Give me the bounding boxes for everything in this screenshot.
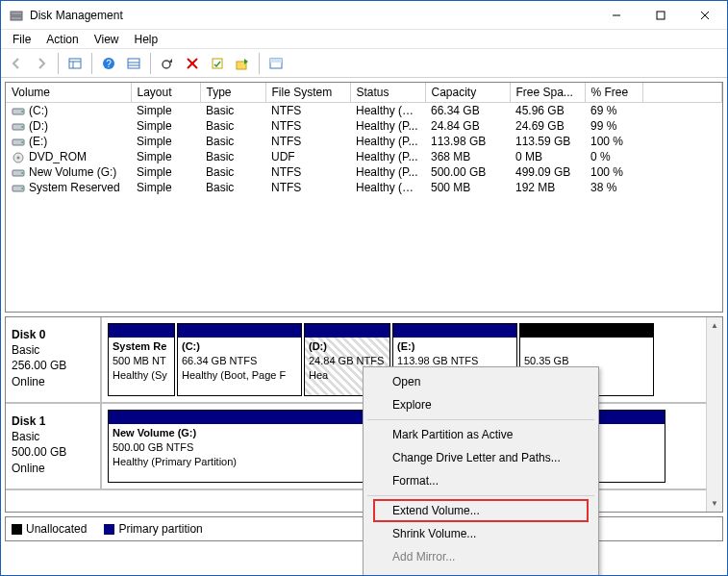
properties-button[interactable]	[206, 52, 229, 75]
ctx-shrink[interactable]: Shrink Volume...	[365, 522, 596, 545]
scroll-down-arrow[interactable]: ▼	[707, 495, 722, 512]
col-volume[interactable]: Volume	[6, 83, 131, 103]
col-layout[interactable]: Layout	[131, 83, 200, 103]
col-fs[interactable]: File System	[265, 83, 350, 103]
titlebar: Disk Management	[1, 1, 727, 30]
svg-point-22	[21, 111, 23, 113]
col-type[interactable]: Type	[200, 83, 265, 103]
svg-rect-11	[128, 59, 139, 68]
volume-list-header: Volume Layout Type File System Status Ca…	[6, 83, 722, 103]
minimize-button[interactable]	[594, 1, 639, 30]
svg-rect-1	[11, 16, 22, 20]
menu-bar: File Action View Help	[1, 30, 727, 49]
ctx-open[interactable]: Open	[365, 370, 596, 393]
partition-context-menu: Open Explore Mark Partition as Active Ch…	[363, 366, 599, 576]
disk-info[interactable]: Disk 1Basic500.00 GBOnline	[6, 404, 102, 488]
table-row[interactable]: New Volume (G:)SimpleBasicNTFSHealthy (P…	[6, 164, 722, 180]
delete-button[interactable]	[181, 52, 204, 75]
drive-icon	[12, 121, 27, 133]
svg-point-26	[21, 141, 23, 143]
menu-file[interactable]: File	[5, 31, 38, 48]
show-hide-tree-button[interactable]	[63, 52, 87, 75]
svg-point-30	[21, 172, 23, 174]
disk-info[interactable]: Disk 0Basic256.00 GBOnline	[6, 317, 102, 402]
scroll-up-arrow[interactable]: ▲	[707, 317, 722, 334]
col-pctfree[interactable]: % Free	[585, 83, 642, 103]
window-title: Disk Management	[30, 9, 594, 22]
table-row[interactable]: DVD_ROMSimpleBasicUDFHealthy (P...368 MB…	[6, 149, 722, 164]
ctx-explore[interactable]: Explore	[365, 393, 596, 416]
drive-icon	[12, 167, 27, 179]
table-row[interactable]: (D:)SimpleBasicNTFSHealthy (P...24.84 GB…	[6, 118, 722, 134]
col-capacity[interactable]: Capacity	[425, 83, 510, 103]
ctx-delete[interactable]: Delete Volume...	[365, 568, 596, 576]
drive-icon	[12, 183, 27, 194]
legend-unallocated: Unallocated	[12, 522, 87, 536]
drive-icon	[12, 106, 27, 117]
back-button[interactable]	[5, 52, 28, 75]
volume-list: Volume Layout Type File System Status Ca…	[5, 82, 723, 313]
col-free[interactable]: Free Spa...	[510, 83, 585, 103]
table-row[interactable]: (C:)SimpleBasicNTFSHealthy (B...66.34 GB…	[6, 103, 722, 119]
svg-point-24	[21, 126, 23, 128]
ctx-extend-highlight: Extend Volume...	[373, 499, 589, 522]
svg-rect-3	[657, 12, 665, 19]
partition-block[interactable]: System Re500 MB NTHealthy (Sy	[108, 323, 175, 396]
menu-action[interactable]: Action	[38, 31, 86, 48]
disk-pane-scrollbar[interactable]: ▲ ▼	[706, 317, 722, 512]
disc-icon	[12, 152, 27, 163]
ctx-add-mirror: Add Mirror...	[365, 545, 596, 568]
table-row[interactable]: System ReservedSimpleBasicNTFSHealthy (S…	[6, 180, 722, 195]
ctx-mark-active[interactable]: Mark Partition as Active	[365, 423, 596, 446]
partition-block[interactable]: (C:)66.34 GB NTFSHealthy (Boot, Page F	[177, 323, 302, 396]
ctx-extend[interactable]: Extend Volume...	[392, 504, 480, 517]
ctx-format[interactable]: Format...	[365, 469, 596, 492]
disk-row: Disk 0Basic256.00 GBOnlineSystem Re500 M…	[6, 317, 706, 404]
svg-point-32	[21, 188, 23, 189]
toolbar: ?	[1, 49, 727, 78]
svg-rect-6	[69, 59, 81, 68]
menu-help[interactable]: Help	[127, 31, 166, 48]
view-top-button[interactable]	[264, 52, 288, 75]
svg-point-28	[17, 156, 20, 159]
menu-view[interactable]: View	[87, 31, 127, 48]
legend-primary: Primary partition	[104, 522, 202, 536]
svg-text:?: ?	[106, 59, 112, 69]
close-button[interactable]	[683, 1, 727, 30]
drive-icon	[12, 137, 27, 148]
table-row[interactable]: (E:)SimpleBasicNTFSHealthy (P...113.98 G…	[6, 134, 722, 149]
rescan-disks-button[interactable]	[231, 52, 254, 75]
svg-rect-20	[270, 59, 282, 63]
svg-rect-17	[213, 59, 222, 68]
col-status[interactable]: Status	[350, 83, 425, 103]
settings-list-button[interactable]	[122, 52, 145, 75]
maximize-button[interactable]	[639, 1, 683, 30]
help-button[interactable]: ?	[97, 52, 120, 75]
forward-button[interactable]	[30, 52, 53, 75]
ctx-change-letter[interactable]: Change Drive Letter and Paths...	[365, 446, 596, 469]
refresh-button[interactable]	[156, 52, 179, 75]
svg-rect-0	[11, 12, 22, 15]
disk-row: Disk 1Basic500.00 GBOnlineNew Volume (G:…	[6, 404, 706, 490]
app-icon	[9, 8, 24, 23]
